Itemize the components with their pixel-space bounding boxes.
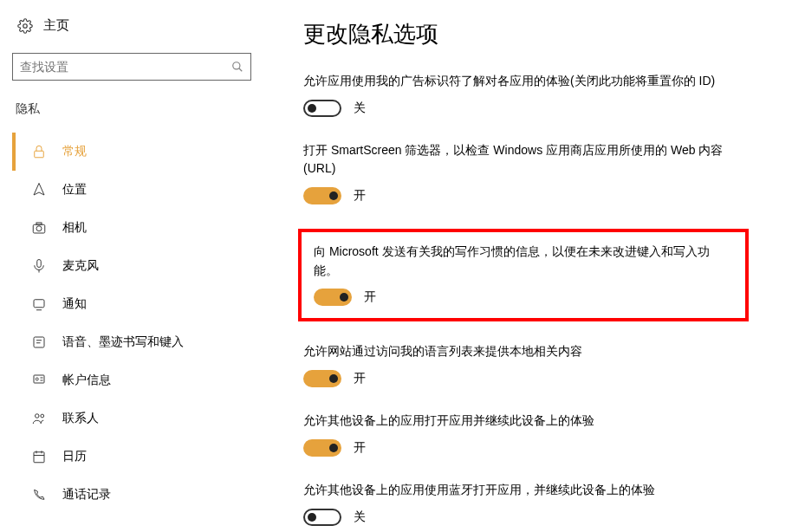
sidebar-item-calendar[interactable]: 日历 xyxy=(12,438,269,476)
sidebar-item-label: 麦克风 xyxy=(62,258,99,274)
toggle-label: 开 xyxy=(354,440,366,456)
setting-desc: 允许网站通过访问我的语言列表来提供本地相关内容 xyxy=(303,342,740,361)
svg-rect-9 xyxy=(34,300,44,308)
setting-desc: 允许应用使用我的广告标识符了解对各应用的体验(关闭此功能将重置你的 ID) xyxy=(303,72,740,91)
setting-language-list: 允许网站通过访问我的语言列表来提供本地相关内容 开 xyxy=(303,342,757,387)
sidebar-item-contacts[interactable]: 联系人 xyxy=(12,399,269,438)
svg-rect-3 xyxy=(35,151,44,158)
highlighted-setting: 向 Microsoft 发送有关我的写作习惯的信息，以便在未来改进键入和写入功能… xyxy=(298,229,749,321)
sidebar-item-general[interactable]: 常规 xyxy=(12,133,269,171)
notification-icon xyxy=(31,296,47,312)
sidebar-item-label: 通知 xyxy=(62,296,87,312)
toggle-bluetooth-apps[interactable] xyxy=(303,509,341,526)
microphone-icon xyxy=(31,258,47,274)
svg-point-14 xyxy=(36,378,38,380)
svg-rect-19 xyxy=(34,452,44,463)
sidebar-item-camera[interactable]: 相机 xyxy=(12,209,269,247)
sidebar-item-account[interactable]: 帐户信息 xyxy=(12,361,269,399)
svg-point-18 xyxy=(41,414,44,418)
gear-icon xyxy=(17,18,33,34)
svg-point-5 xyxy=(36,226,42,231)
sidebar-item-label: 帐户信息 xyxy=(62,373,111,388)
svg-point-1 xyxy=(233,62,240,69)
sidebar-item-label: 位置 xyxy=(62,182,87,198)
toggle-cross-device[interactable] xyxy=(303,439,341,457)
sidebar-item-label: 相机 xyxy=(62,220,87,236)
setting-smartscreen: 打开 SmartScreen 筛选器，以检查 Windows 应用商店应用所使用… xyxy=(303,141,757,204)
svg-point-0 xyxy=(23,23,28,28)
toggle-smartscreen[interactable] xyxy=(303,187,341,204)
toggle-label: 开 xyxy=(354,371,366,386)
toggle-label: 开 xyxy=(354,188,366,204)
svg-rect-7 xyxy=(37,260,42,268)
location-icon xyxy=(31,182,47,198)
speech-icon xyxy=(31,334,47,350)
setting-typing-data: 向 Microsoft 发送有关我的写作习惯的信息，以便在未来改进键入和写入功能… xyxy=(314,243,733,306)
home-label: 主页 xyxy=(43,17,69,34)
search-input[interactable] xyxy=(20,60,231,74)
svg-point-17 xyxy=(36,414,40,418)
sidebar-item-location[interactable]: 位置 xyxy=(12,171,269,209)
setting-cross-device: 允许其他设备上的应用打开应用并继续此设备上的体验 开 xyxy=(303,412,757,457)
setting-advertising-id: 允许应用使用我的广告标识符了解对各应用的体验(关闭此功能将重置你的 ID) 关 xyxy=(303,72,757,117)
contacts-icon xyxy=(31,411,47,426)
phone-icon xyxy=(31,487,47,503)
setting-bluetooth-apps: 允许其他设备上的应用使用蓝牙打开应用，并继续此设备上的体验 关 xyxy=(303,481,757,526)
svg-line-2 xyxy=(239,68,243,72)
content-area: 更改隐私选项 允许应用使用我的广告标识符了解对各应用的体验(关闭此功能将重置你的… xyxy=(269,0,792,532)
setting-desc: 向 Microsoft 发送有关我的写作习惯的信息，以便在未来改进键入和写入功能… xyxy=(314,243,733,280)
sidebar: 主页 隐私 常规 位置 相机 麦克风 通知 语音、墨迹书写和键入 帐户信息 联系… xyxy=(0,0,269,532)
sidebar-item-label: 联系人 xyxy=(62,411,99,426)
sidebar-item-label: 日历 xyxy=(62,449,87,464)
page-title: 更改隐私选项 xyxy=(303,19,757,49)
lock-icon xyxy=(31,144,47,159)
camera-icon xyxy=(31,220,47,236)
search-icon xyxy=(231,61,243,73)
setting-desc: 允许其他设备上的应用打开应用并继续此设备上的体验 xyxy=(303,412,740,431)
sidebar-item-callhistory[interactable]: 通话记录 xyxy=(12,476,269,514)
svg-rect-10 xyxy=(34,337,44,347)
sidebar-item-microphone[interactable]: 麦克风 xyxy=(12,247,269,285)
account-icon xyxy=(31,373,47,388)
toggle-label: 关 xyxy=(354,101,366,116)
toggle-advertising-id[interactable] xyxy=(303,100,341,117)
sidebar-item-speech[interactable]: 语音、墨迹书写和键入 xyxy=(12,323,269,361)
setting-desc: 允许其他设备上的应用使用蓝牙打开应用，并继续此设备上的体验 xyxy=(303,481,740,500)
setting-desc: 打开 SmartScreen 筛选器，以检查 Windows 应用商店应用所使用… xyxy=(303,141,740,178)
sidebar-item-label: 常规 xyxy=(62,144,87,159)
toggle-label: 开 xyxy=(364,289,376,305)
svg-rect-6 xyxy=(36,223,42,224)
toggle-label: 关 xyxy=(354,509,366,525)
toggle-language-list[interactable] xyxy=(303,370,341,387)
sidebar-item-notifications[interactable]: 通知 xyxy=(12,285,269,323)
search-input-container[interactable] xyxy=(12,53,251,81)
toggle-typing-data[interactable] xyxy=(314,289,352,306)
category-label: 隐私 xyxy=(12,101,269,117)
home-link[interactable]: 主页 xyxy=(12,17,269,34)
calendar-icon xyxy=(31,449,47,464)
sidebar-item-label: 语音、墨迹书写和键入 xyxy=(62,334,184,350)
sidebar-item-label: 通话记录 xyxy=(62,487,111,503)
